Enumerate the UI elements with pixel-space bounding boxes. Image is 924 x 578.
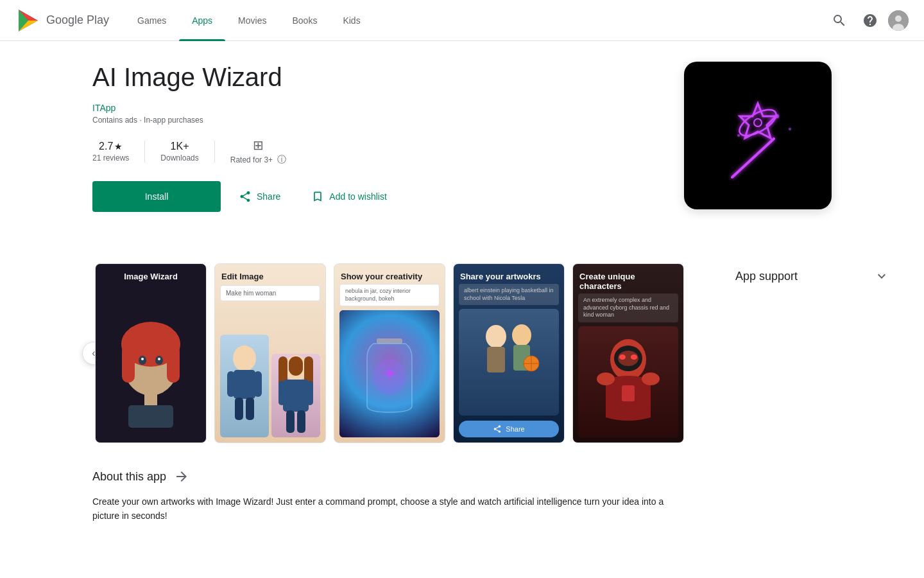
rating-age-value: ⊞: [230, 137, 287, 153]
svg-point-12: [789, 128, 791, 130]
app-icon-container: [684, 62, 832, 238]
screenshot-2: Edit Image Make him woman: [214, 263, 326, 443]
sc4-share-icon: [493, 425, 502, 434]
screenshot-3: Show your creativity nebula in jar, cozy…: [334, 263, 445, 443]
svg-rect-28: [235, 398, 243, 420]
rated-label: Rated for 3+ ⓘ: [230, 154, 287, 166]
svg-point-13: [737, 134, 740, 137]
svg-point-42: [373, 359, 406, 395]
user-avatar[interactable]: [888, 10, 909, 31]
header-actions: [826, 8, 909, 33]
install-button[interactable]: Install: [92, 181, 221, 212]
info-icon[interactable]: ⓘ: [277, 154, 286, 164]
main-header: Google Play Games Apps Movies Books Kids: [0, 0, 924, 41]
sc3-jar: ✦: [361, 329, 418, 419]
app-support-row[interactable]: App support: [735, 263, 889, 289]
nav-apps[interactable]: Apps: [179, 0, 225, 41]
star-icon: ★: [114, 141, 123, 152]
nav-kids[interactable]: Kids: [330, 0, 373, 41]
rated-icon: ⊞: [253, 137, 264, 153]
sc5-character: [593, 334, 663, 430]
rating-stat: 2.7★ 21 reviews: [92, 141, 145, 162]
about-title: About this app: [92, 470, 166, 484]
screenshots-section: ‹ Image Wizard: [92, 263, 684, 443]
sc3-prompt: nebula in jar, cozy interior background,…: [339, 284, 440, 306]
about-arrow-icon: [174, 469, 189, 484]
sc2-female-figure: [273, 354, 318, 437]
svg-rect-39: [377, 338, 402, 344]
app-header: AI Image Wizard ITApp Contains ads · In-…: [92, 62, 832, 238]
sc2-title: Edit Image: [215, 264, 325, 285]
main-content: AI Image Wizard ITApp Contains ads · In-…: [77, 41, 847, 544]
about-section: About this app Create your own artworks …: [92, 469, 684, 523]
about-text: Create your own artworks with Image Wiza…: [92, 495, 684, 523]
search-button[interactable]: [826, 8, 852, 33]
sc1-image: [106, 299, 196, 428]
svg-point-9: [735, 105, 780, 141]
svg-rect-26: [227, 371, 235, 397]
screenshot-4: Share your artwokrs albert einstein play…: [453, 263, 565, 443]
svg-line-10: [732, 139, 774, 177]
content-layout: ‹ Image Wizard: [92, 263, 832, 523]
nav-movies[interactable]: Movies: [225, 0, 279, 41]
play-logo-icon: [15, 8, 41, 33]
screenshot-5: Create unique characters An extremely co…: [572, 263, 684, 443]
app-icon-graphic: [700, 78, 816, 193]
svg-rect-57: [622, 385, 635, 401]
svg-rect-25: [234, 370, 255, 399]
rating-age-stat: ⊞ Rated for 3+ ⓘ: [215, 137, 302, 166]
svg-point-54: [631, 355, 637, 360]
svg-point-22: [141, 358, 144, 360]
nav-books[interactable]: Books: [279, 0, 330, 41]
svg-point-53: [619, 355, 626, 360]
svg-point-24: [233, 346, 256, 371]
logo-text: Google Play: [46, 13, 109, 27]
svg-rect-31: [289, 356, 303, 376]
share-icon: [239, 190, 252, 203]
svg-rect-19: [128, 405, 173, 428]
app-title: AI Image Wizard: [92, 62, 658, 92]
side-col: App support: [735, 263, 889, 523]
app-meta: Contains ads · In-app purchases: [92, 116, 658, 125]
share-button[interactable]: Share: [226, 181, 293, 212]
svg-rect-44: [487, 347, 505, 372]
help-button[interactable]: [857, 8, 883, 33]
stats-row: 2.7★ 21 reviews 1K+ Downloads ⊞ Rated fo…: [92, 137, 658, 166]
svg-rect-16: [122, 344, 135, 383]
svg-point-11: [775, 114, 779, 118]
wishlist-button[interactable]: Add to wishlist: [298, 181, 399, 212]
downloads-label: Downloads: [160, 153, 198, 162]
nav-games[interactable]: Games: [124, 0, 179, 41]
sc4-image: [470, 317, 547, 407]
sc5-prompt: An extremely complex and advanced cyborg…: [578, 293, 678, 322]
sc4-title: Share your artwokrs: [454, 264, 564, 284]
app-developer[interactable]: ITApp: [92, 103, 658, 113]
svg-point-23: [158, 358, 160, 360]
svg-rect-34: [283, 380, 309, 412]
rating-value: 2.7★: [92, 141, 129, 152]
sc1-title: Image Wizard: [117, 264, 184, 284]
google-play-logo[interactable]: Google Play: [15, 8, 109, 33]
svg-rect-17: [167, 344, 180, 383]
main-col: ‹ Image Wizard: [92, 263, 684, 523]
reviews-label: 21 reviews: [92, 153, 129, 162]
main-nav: Games Apps Movies Books Kids: [124, 0, 826, 41]
sc2-male-figure: [222, 344, 267, 428]
svg-rect-35: [278, 381, 285, 405]
svg-rect-37: [286, 410, 295, 433]
search-icon: [832, 13, 847, 28]
svg-point-43: [486, 325, 506, 348]
sc2-input: Make him woman: [220, 285, 320, 301]
about-header[interactable]: About this app: [92, 469, 684, 484]
svg-rect-27: [254, 371, 262, 397]
svg-point-45: [512, 324, 531, 346]
sc3-title: Show your creativity: [334, 264, 445, 284]
downloads-stat: 1K+ Downloads: [145, 141, 214, 162]
screenshots-scroll: Image Wizard: [92, 263, 684, 443]
sc4-share-label: Share: [506, 425, 524, 433]
downloads-value: 1K+: [160, 141, 198, 152]
action-buttons: Install Share Add to wishlist: [92, 181, 658, 212]
app-support-title: App support: [735, 270, 798, 283]
screenshot-1: Image Wizard: [95, 263, 207, 443]
sc4-prompt: albert einstein playing basketball in sc…: [459, 284, 559, 305]
